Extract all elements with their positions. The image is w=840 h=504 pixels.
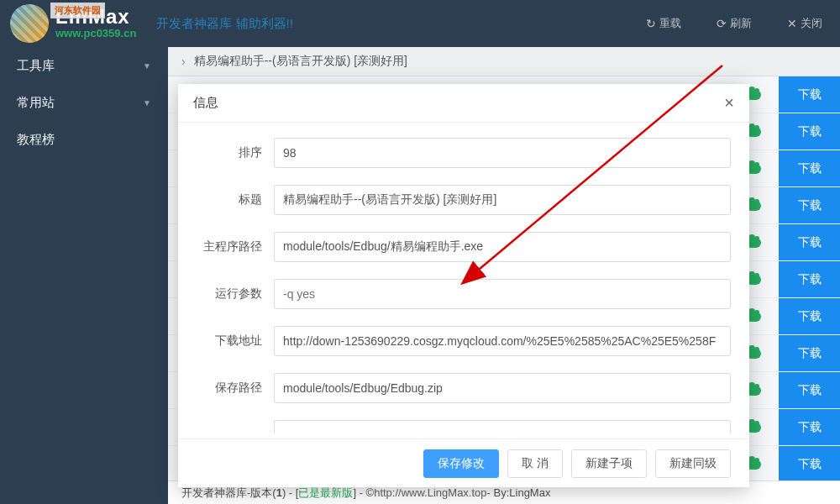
download-button[interactable]: 下载 [778, 446, 840, 480]
close-label: 关闭 [801, 16, 822, 31]
close-button[interactable]: ✕ 关闭 [769, 0, 840, 47]
breadcrumb-text: 精易编程助手--(易语言开发版) [亲测好用] [194, 54, 407, 69]
overlay-badge: 河东软件园 [50, 3, 105, 18]
download-button[interactable]: 下载 [778, 372, 840, 408]
main-path-input[interactable] [274, 232, 731, 262]
save-button[interactable]: 保存修改 [423, 449, 499, 478]
version-latest-badge: 已是最新版 [298, 486, 353, 501]
logo-subtitle: www.pc0359.cn [55, 27, 136, 40]
save-path-input[interactable] [274, 373, 731, 403]
modal-close-button[interactable]: × [724, 93, 734, 113]
download-button[interactable]: 下载 [778, 113, 840, 150]
title-label: 标题 [197, 192, 274, 207]
chevron-right-icon: › [181, 55, 186, 68]
reload-icon: ↻ [646, 17, 656, 30]
refresh-icon: ⟳ [717, 17, 727, 30]
download-button[interactable]: 下载 [778, 224, 840, 260]
sidebar-item-label: 教程榜 [17, 132, 55, 148]
sort-label: 排序 [197, 145, 274, 160]
close-icon: ✕ [787, 17, 797, 30]
download-button[interactable]: 下载 [778, 187, 840, 223]
download-button[interactable]: 下载 [778, 335, 840, 371]
download-button[interactable]: 下载 [778, 409, 840, 445]
extra-input[interactable] [274, 420, 731, 433]
logo-area: LinMax www.pc0359.cn 河东软件园 [10, 4, 136, 43]
sidebar-item-tools[interactable]: 工具库 ▼ [0, 47, 168, 84]
breadcrumb: › 精易编程助手--(易语言开发版) [亲测好用] [168, 47, 840, 76]
sidebar-item-tutorials[interactable]: 教程榜 [0, 121, 168, 158]
modal-title: 信息 [193, 95, 218, 111]
sidebar-item-label: 工具库 [17, 58, 55, 74]
top-bar: LinMax www.pc0359.cn 河东软件园 开发者神器库 辅助利器!!… [0, 0, 840, 47]
modal-body: 排序 标题 主程序路径 运行参数 下载地址 保存路径 [178, 123, 749, 438]
download-button[interactable]: 下载 [778, 298, 840, 334]
sort-input[interactable] [274, 138, 731, 168]
download-button[interactable]: 下载 [778, 150, 840, 186]
title-input[interactable] [274, 185, 731, 215]
refresh-button[interactable]: ⟳ 刷新 [699, 0, 769, 47]
modal-footer: 保存修改 取 消 新建子项 新建同级 [178, 438, 749, 487]
download-button[interactable]: 下载 [778, 76, 840, 113]
refresh-label: 刷新 [730, 16, 752, 31]
new-sibling-button[interactable]: 新建同级 [655, 449, 731, 478]
download-url-input[interactable] [274, 326, 731, 356]
sidebar-item-label: 常用站 [17, 95, 55, 111]
cancel-button[interactable]: 取 消 [507, 449, 563, 478]
reload-button[interactable]: ↻ 重载 [628, 0, 699, 47]
save-path-label: 保存路径 [197, 381, 274, 396]
info-modal: 信息 × 排序 标题 主程序路径 运行参数 下载地址 保存路径 [178, 84, 749, 487]
reload-label: 重载 [659, 16, 681, 31]
run-args-input[interactable] [274, 279, 731, 309]
sidebar-item-sites[interactable]: 常用站 ▼ [0, 84, 168, 121]
modal-header: 信息 × [178, 84, 749, 123]
footer-link[interactable]: http://www.LingMax.top [374, 486, 486, 499]
sidebar: 工具库 ▼ 常用站 ▼ 教程榜 [0, 47, 168, 504]
download-button[interactable]: 下载 [778, 261, 840, 297]
main-path-label: 主程序路径 [197, 239, 274, 255]
logo-icon [10, 4, 49, 43]
chevron-down-icon: ▼ [143, 61, 151, 71]
run-args-label: 运行参数 [197, 286, 274, 302]
chevron-down-icon: ▼ [143, 98, 151, 108]
top-actions: ↻ 重载 ⟳ 刷新 ✕ 关闭 [628, 0, 840, 47]
tagline: 开发者神器库 辅助利器!! [156, 16, 293, 32]
new-child-button[interactable]: 新建子项 [571, 449, 647, 478]
download-url-label: 下载地址 [197, 333, 274, 349]
